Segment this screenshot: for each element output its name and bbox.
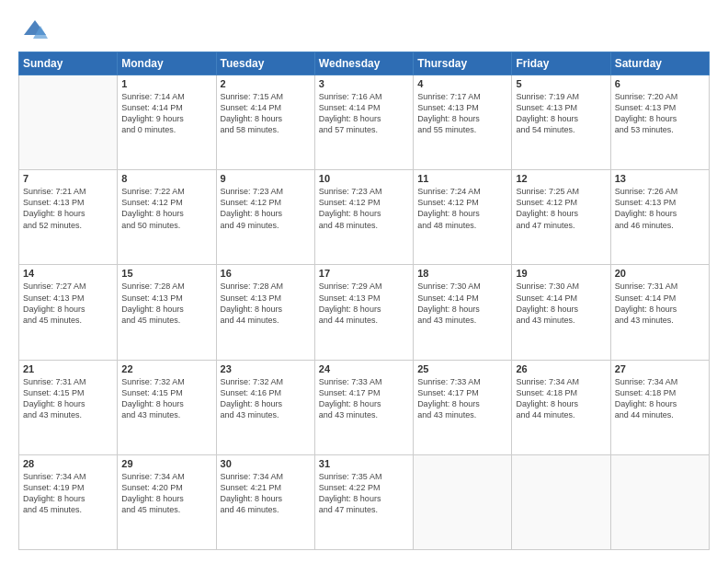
day-number: 16 bbox=[221, 268, 311, 279]
day-number: 22 bbox=[121, 363, 211, 374]
day-info: Sunrise: 7:34 AMSunset: 4:19 PMDaylight:… bbox=[23, 471, 113, 516]
day-info: Sunrise: 7:33 AMSunset: 4:17 PMDaylight:… bbox=[417, 376, 507, 421]
calendar-cell: 29Sunrise: 7:34 AMSunset: 4:20 PMDayligh… bbox=[118, 454, 216, 549]
calendar-week-row: 28Sunrise: 7:34 AMSunset: 4:19 PMDayligh… bbox=[19, 454, 710, 549]
weekday-header: Tuesday bbox=[216, 52, 314, 75]
calendar-cell: 4Sunrise: 7:17 AMSunset: 4:13 PMDaylight… bbox=[414, 75, 512, 170]
calendar-week-row: 21Sunrise: 7:31 AMSunset: 4:15 PMDayligh… bbox=[19, 360, 710, 454]
day-number: 14 bbox=[23, 268, 113, 279]
weekday-header: Thursday bbox=[414, 52, 512, 75]
day-info: Sunrise: 7:32 AMSunset: 4:16 PMDaylight:… bbox=[221, 376, 311, 421]
day-number: 8 bbox=[121, 173, 211, 184]
calendar-cell: 31Sunrise: 7:35 AMSunset: 4:22 PMDayligh… bbox=[314, 454, 413, 549]
calendar-cell: 5Sunrise: 7:19 AMSunset: 4:13 PMDaylight… bbox=[512, 75, 610, 170]
day-info: Sunrise: 7:24 AMSunset: 4:12 PMDaylight:… bbox=[417, 186, 507, 231]
calendar-cell: 25Sunrise: 7:33 AMSunset: 4:17 PMDayligh… bbox=[414, 360, 512, 454]
calendar-cell: 11Sunrise: 7:24 AMSunset: 4:12 PMDayligh… bbox=[414, 170, 512, 265]
day-info: Sunrise: 7:30 AMSunset: 4:14 PMDaylight:… bbox=[516, 281, 606, 326]
day-number: 29 bbox=[121, 458, 211, 469]
day-number: 4 bbox=[417, 78, 507, 89]
day-number: 11 bbox=[417, 173, 507, 184]
day-info: Sunrise: 7:16 AMSunset: 4:14 PMDaylight:… bbox=[319, 91, 409, 136]
calendar-week-row: 1Sunrise: 7:14 AMSunset: 4:14 PMDaylight… bbox=[19, 75, 710, 170]
calendar-cell: 30Sunrise: 7:34 AMSunset: 4:21 PMDayligh… bbox=[216, 454, 314, 549]
day-number: 30 bbox=[221, 458, 311, 469]
weekday-header: Saturday bbox=[610, 52, 709, 75]
day-number: 6 bbox=[615, 78, 705, 89]
day-info: Sunrise: 7:34 AMSunset: 4:18 PMDaylight:… bbox=[516, 376, 606, 421]
calendar-cell: 15Sunrise: 7:28 AMSunset: 4:13 PMDayligh… bbox=[118, 265, 216, 360]
day-number: 15 bbox=[121, 268, 211, 279]
day-info: Sunrise: 7:31 AMSunset: 4:14 PMDaylight:… bbox=[615, 281, 705, 326]
calendar-cell: 17Sunrise: 7:29 AMSunset: 4:13 PMDayligh… bbox=[314, 265, 413, 360]
calendar-cell: 19Sunrise: 7:30 AMSunset: 4:14 PMDayligh… bbox=[512, 265, 610, 360]
day-info: Sunrise: 7:19 AMSunset: 4:13 PMDaylight:… bbox=[516, 91, 606, 136]
day-info: Sunrise: 7:31 AMSunset: 4:15 PMDaylight:… bbox=[23, 376, 113, 421]
day-number: 9 bbox=[221, 173, 311, 184]
day-info: Sunrise: 7:27 AMSunset: 4:13 PMDaylight:… bbox=[23, 281, 113, 326]
day-info: Sunrise: 7:26 AMSunset: 4:13 PMDaylight:… bbox=[615, 186, 705, 231]
calendar-cell: 10Sunrise: 7:23 AMSunset: 4:12 PMDayligh… bbox=[314, 170, 413, 265]
calendar-cell bbox=[19, 75, 118, 170]
day-number: 20 bbox=[615, 268, 705, 279]
day-number: 12 bbox=[516, 173, 606, 184]
day-number: 1 bbox=[121, 78, 211, 89]
day-number: 27 bbox=[615, 363, 705, 374]
day-info: Sunrise: 7:34 AMSunset: 4:20 PMDaylight:… bbox=[121, 471, 211, 516]
calendar-cell: 22Sunrise: 7:32 AMSunset: 4:15 PMDayligh… bbox=[118, 360, 216, 454]
day-number: 23 bbox=[221, 363, 311, 374]
day-info: Sunrise: 7:21 AMSunset: 4:13 PMDaylight:… bbox=[23, 186, 113, 231]
day-number: 24 bbox=[319, 363, 409, 374]
calendar-cell: 23Sunrise: 7:32 AMSunset: 4:16 PMDayligh… bbox=[216, 360, 314, 454]
day-info: Sunrise: 7:35 AMSunset: 4:22 PMDaylight:… bbox=[319, 471, 409, 516]
calendar-cell: 26Sunrise: 7:34 AMSunset: 4:18 PMDayligh… bbox=[512, 360, 610, 454]
weekday-header: Monday bbox=[118, 52, 216, 75]
day-info: Sunrise: 7:30 AMSunset: 4:14 PMDaylight:… bbox=[417, 281, 507, 326]
calendar-cell: 13Sunrise: 7:26 AMSunset: 4:13 PMDayligh… bbox=[610, 170, 709, 265]
calendar-cell: 28Sunrise: 7:34 AMSunset: 4:19 PMDayligh… bbox=[19, 454, 118, 549]
calendar-cell: 9Sunrise: 7:23 AMSunset: 4:12 PMDaylight… bbox=[216, 170, 314, 265]
day-info: Sunrise: 7:15 AMSunset: 4:14 PMDaylight:… bbox=[221, 91, 311, 136]
day-number: 17 bbox=[319, 268, 409, 279]
calendar-cell: 21Sunrise: 7:31 AMSunset: 4:15 PMDayligh… bbox=[19, 360, 118, 454]
day-info: Sunrise: 7:14 AMSunset: 4:14 PMDaylight:… bbox=[121, 91, 211, 136]
day-number: 7 bbox=[23, 173, 113, 184]
day-number: 3 bbox=[319, 78, 409, 89]
day-info: Sunrise: 7:34 AMSunset: 4:21 PMDaylight:… bbox=[221, 471, 311, 516]
calendar-cell: 1Sunrise: 7:14 AMSunset: 4:14 PMDaylight… bbox=[118, 75, 216, 170]
day-number: 28 bbox=[23, 458, 113, 469]
day-info: Sunrise: 7:22 AMSunset: 4:12 PMDaylight:… bbox=[121, 186, 211, 231]
calendar-cell: 12Sunrise: 7:25 AMSunset: 4:12 PMDayligh… bbox=[512, 170, 610, 265]
calendar-cell: 24Sunrise: 7:33 AMSunset: 4:17 PMDayligh… bbox=[314, 360, 413, 454]
calendar-cell: 18Sunrise: 7:30 AMSunset: 4:14 PMDayligh… bbox=[414, 265, 512, 360]
calendar-cell: 7Sunrise: 7:21 AMSunset: 4:13 PMDaylight… bbox=[19, 170, 118, 265]
day-info: Sunrise: 7:23 AMSunset: 4:12 PMDaylight:… bbox=[221, 186, 311, 231]
day-number: 19 bbox=[516, 268, 606, 279]
calendar-week-row: 14Sunrise: 7:27 AMSunset: 4:13 PMDayligh… bbox=[19, 265, 710, 360]
weekday-header: Friday bbox=[512, 52, 610, 75]
calendar-cell: 14Sunrise: 7:27 AMSunset: 4:13 PMDayligh… bbox=[19, 265, 118, 360]
calendar-cell: 6Sunrise: 7:20 AMSunset: 4:13 PMDaylight… bbox=[610, 75, 709, 170]
calendar-week-row: 7Sunrise: 7:21 AMSunset: 4:13 PMDaylight… bbox=[19, 170, 710, 265]
calendar-cell: 3Sunrise: 7:16 AMSunset: 4:14 PMDaylight… bbox=[314, 75, 413, 170]
day-info: Sunrise: 7:33 AMSunset: 4:17 PMDaylight:… bbox=[319, 376, 409, 421]
calendar-cell bbox=[610, 454, 709, 549]
page: SundayMondayTuesdayWednesdayThursdayFrid… bbox=[0, 0, 728, 563]
calendar-cell: 20Sunrise: 7:31 AMSunset: 4:14 PMDayligh… bbox=[610, 265, 709, 360]
calendar-cell: 16Sunrise: 7:28 AMSunset: 4:13 PMDayligh… bbox=[216, 265, 314, 360]
calendar-cell bbox=[414, 454, 512, 549]
logo-icon bbox=[22, 17, 48, 42]
day-info: Sunrise: 7:20 AMSunset: 4:13 PMDaylight:… bbox=[615, 91, 705, 136]
day-number: 2 bbox=[221, 78, 311, 89]
day-info: Sunrise: 7:32 AMSunset: 4:15 PMDaylight:… bbox=[121, 376, 211, 421]
logo bbox=[18, 17, 48, 42]
day-number: 26 bbox=[516, 363, 606, 374]
calendar-cell: 27Sunrise: 7:34 AMSunset: 4:18 PMDayligh… bbox=[610, 360, 709, 454]
calendar-cell: 8Sunrise: 7:22 AMSunset: 4:12 PMDaylight… bbox=[118, 170, 216, 265]
calendar-cell bbox=[512, 454, 610, 549]
day-number: 31 bbox=[319, 458, 409, 469]
day-info: Sunrise: 7:25 AMSunset: 4:12 PMDaylight:… bbox=[516, 186, 606, 231]
day-number: 25 bbox=[417, 363, 507, 374]
day-number: 21 bbox=[23, 363, 113, 374]
day-info: Sunrise: 7:17 AMSunset: 4:13 PMDaylight:… bbox=[417, 91, 507, 136]
